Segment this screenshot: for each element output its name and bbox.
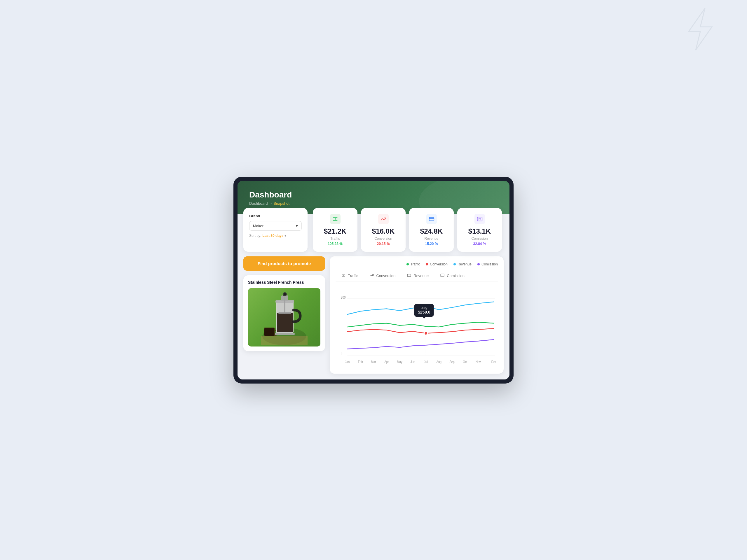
- product-card: Stainless Steel French Press: [243, 275, 325, 351]
- product-image: [248, 288, 320, 347]
- chart-panel: Traffic Conversion Revenue Comission: [330, 257, 504, 374]
- traffic-change: 105.23 %: [328, 242, 342, 246]
- svg-rect-16: [261, 336, 308, 345]
- breadcrumb: Dashboard > Snapshot: [249, 201, 498, 206]
- main-content: Find products to promote Stainless Steel…: [237, 252, 510, 379]
- tab-comission[interactable]: Comission: [435, 271, 470, 281]
- filter-card: Brand Maker ▾ Sort by: Last 30 days ▾: [243, 208, 308, 252]
- comission-legend-dot: [478, 263, 480, 265]
- comission-tab-label: Comission: [447, 273, 465, 278]
- breadcrumb-parent: Dashboard: [249, 201, 268, 206]
- svg-rect-17: [407, 274, 411, 276]
- find-products-button[interactable]: Find products to promote: [243, 257, 325, 271]
- metric-card-conversion: $16.0K Conversion 20.15 %: [361, 208, 406, 252]
- device-frame: Dashboard Dashboard > Snapshot Brand Mak…: [233, 177, 514, 383]
- svg-text:Feb: Feb: [358, 359, 363, 364]
- legend-comission: Comission: [478, 262, 498, 266]
- traffic-label: Traffic: [330, 237, 340, 241]
- svg-rect-13: [284, 296, 285, 314]
- breadcrumb-separator: >: [269, 201, 272, 206]
- tab-conversion[interactable]: Conversion: [364, 271, 401, 281]
- traffic-icon: [330, 214, 340, 224]
- comission-change: 32.84 %: [473, 242, 486, 246]
- product-panel: Find products to promote Stainless Steel…: [243, 257, 325, 374]
- legend-conversion: Conversion: [426, 262, 447, 266]
- svg-point-12: [284, 293, 286, 295]
- conversion-icon: [378, 214, 389, 224]
- conversion-legend-label: Conversion: [430, 262, 447, 266]
- svg-text:May: May: [397, 359, 403, 364]
- conversion-label: Conversion: [375, 237, 392, 241]
- metric-card-revenue: $24.8K Revenue 15.20 %: [409, 208, 454, 252]
- traffic-value: $21.2K: [324, 227, 346, 235]
- svg-text:Apr: Apr: [384, 359, 389, 364]
- revenue-icon: [426, 214, 437, 224]
- page-title: Dashboard: [249, 190, 498, 199]
- filter-label: Brand: [249, 214, 302, 218]
- traffic-tab-label: Traffic: [348, 273, 358, 278]
- svg-text:Mar: Mar: [371, 359, 376, 364]
- tab-revenue[interactable]: Revenue: [401, 271, 435, 281]
- maker-value: Maker: [253, 224, 263, 228]
- svg-text:Jul: Jul: [424, 359, 428, 364]
- sort-label: Sort by:: [249, 234, 261, 238]
- chart-tooltip-dot: [424, 331, 428, 335]
- breadcrumb-current: Snapshot: [274, 201, 289, 206]
- svg-rect-8: [277, 313, 293, 332]
- chart-svg: 200 0: [336, 286, 498, 368]
- conversion-legend-dot: [426, 263, 428, 265]
- lightning-decoration: [677, 6, 724, 53]
- conversion-value: $16.0K: [372, 227, 394, 235]
- tab-traffic[interactable]: Traffic: [336, 271, 364, 281]
- comission-tab-icon: [440, 273, 444, 278]
- chart-container: 200 0: [336, 286, 498, 368]
- svg-rect-5: [264, 328, 274, 336]
- revenue-tab-label: Revenue: [413, 273, 429, 278]
- svg-text:Nov: Nov: [475, 359, 481, 364]
- svg-text:200: 200: [341, 295, 345, 299]
- stats-row: Brand Maker ▾ Sort by: Last 30 days ▾: [237, 208, 510, 252]
- sort-row: Sort by: Last 30 days ▾: [249, 234, 302, 238]
- svg-text:Dec: Dec: [491, 359, 497, 364]
- svg-text:0: 0: [341, 352, 342, 356]
- comission-value: $13.1K: [468, 227, 491, 235]
- chart-tabs: Traffic Conversion Revenue: [336, 271, 498, 282]
- svg-text:Sep: Sep: [449, 359, 455, 364]
- metric-card-traffic: $21.2K Traffic 105.23 %: [313, 208, 357, 252]
- conversion-change: 20.15 %: [377, 242, 390, 246]
- maker-select[interactable]: Maker ▾: [249, 221, 302, 231]
- svg-rect-0: [429, 217, 434, 221]
- revenue-change: 15.20 %: [425, 242, 438, 246]
- sort-value: Last 30 days: [262, 234, 283, 238]
- traffic-legend-dot: [407, 263, 409, 265]
- device-screen: Dashboard Dashboard > Snapshot Brand Mak…: [237, 181, 510, 379]
- svg-text:Jan: Jan: [345, 359, 350, 364]
- legend-traffic: Traffic: [407, 262, 420, 266]
- revenue-value: $24.8K: [420, 227, 443, 235]
- svg-text:Oct: Oct: [463, 359, 467, 364]
- comission-icon: [474, 214, 485, 224]
- traffic-legend-label: Traffic: [411, 262, 420, 266]
- svg-rect-15: [275, 333, 295, 335]
- conversion-tab-icon: [370, 273, 374, 278]
- metric-card-comission: $13.1K Comission 32.84 %: [457, 208, 502, 252]
- comission-label: Comission: [471, 237, 488, 241]
- revenue-legend-dot: [454, 263, 456, 265]
- sort-chevron-icon: ▾: [284, 234, 286, 238]
- chart-legend: Traffic Conversion Revenue Comission: [336, 262, 498, 266]
- legend-revenue: Revenue: [454, 262, 471, 266]
- revenue-legend-label: Revenue: [458, 262, 471, 266]
- comission-legend-label: Comission: [482, 262, 498, 266]
- revenue-tab-icon: [407, 273, 411, 278]
- svg-text:Jun: Jun: [411, 359, 415, 364]
- svg-text:Aug: Aug: [436, 359, 441, 364]
- revenue-label: Revenue: [424, 237, 438, 241]
- traffic-tab-icon: [341, 273, 345, 278]
- chevron-down-icon: ▾: [296, 224, 298, 228]
- product-name: Stainless Steel French Press: [248, 280, 320, 285]
- conversion-tab-label: Conversion: [376, 273, 395, 278]
- svg-rect-14: [278, 312, 291, 314]
